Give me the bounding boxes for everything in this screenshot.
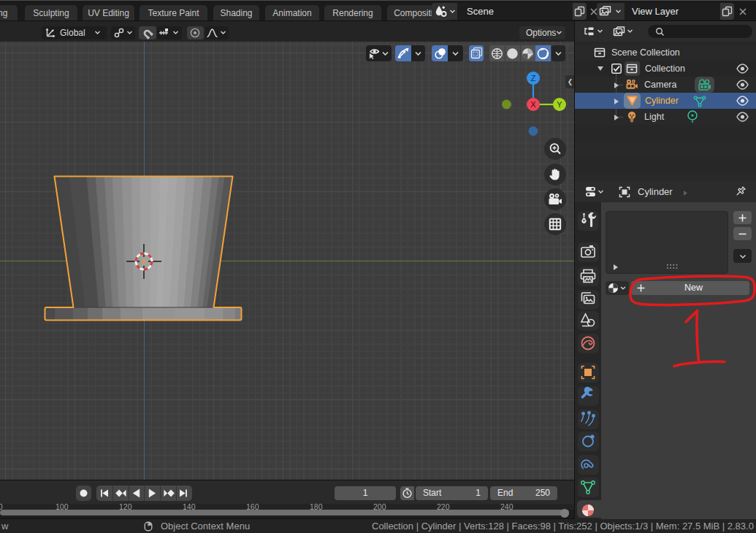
svg-text:X: X xyxy=(530,100,536,109)
svg-text:Y: Y xyxy=(557,100,562,109)
svg-text:Z: Z xyxy=(531,74,536,83)
